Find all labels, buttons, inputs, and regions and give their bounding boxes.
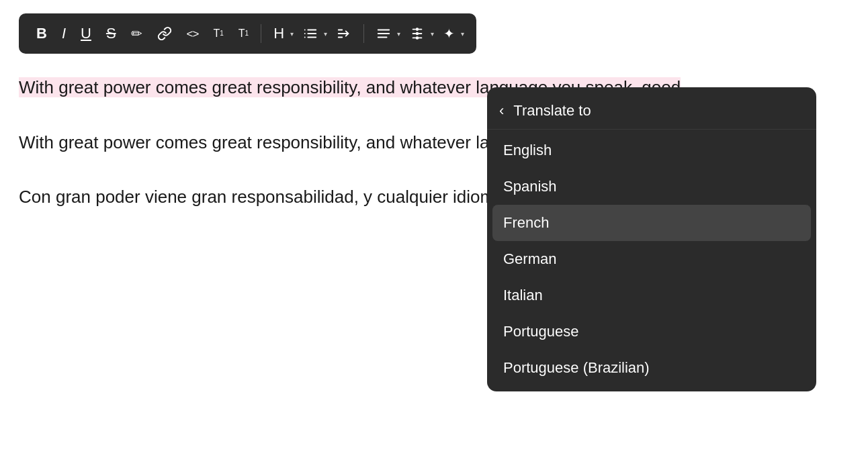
list-arrow: ▾ bbox=[324, 30, 327, 38]
ai-button[interactable]: ✦ bbox=[438, 23, 460, 44]
language-portuguese-br[interactable]: Portuguese (Brazilian) bbox=[487, 350, 816, 386]
superscript-button[interactable]: T1 bbox=[208, 24, 228, 43]
underline-button[interactable]: U bbox=[75, 22, 97, 45]
subscript-button[interactable]: T1 bbox=[233, 24, 254, 43]
code-button[interactable]: <> bbox=[181, 24, 204, 44]
bold-button[interactable]: B bbox=[31, 22, 52, 45]
back-button[interactable]: ‹ bbox=[499, 102, 504, 120]
language-german[interactable]: German bbox=[487, 241, 816, 277]
svg-point-13 bbox=[417, 33, 419, 35]
options-button-group[interactable]: ▾ bbox=[404, 22, 434, 45]
highlight-button[interactable]: ✏ bbox=[126, 23, 148, 44]
link-button[interactable] bbox=[152, 22, 177, 45]
language-italian[interactable]: Italian bbox=[487, 277, 816, 314]
dropdown-title: Translate to bbox=[513, 102, 591, 120]
options-button[interactable] bbox=[404, 22, 430, 45]
heading-button-group[interactable]: H ▾ bbox=[268, 22, 294, 45]
heading-button[interactable]: H bbox=[268, 22, 290, 45]
italic-button[interactable]: I bbox=[56, 22, 71, 45]
heading-arrow: ▾ bbox=[290, 30, 294, 38]
ai-arrow: ▾ bbox=[461, 30, 464, 38]
strikethrough-button[interactable]: S bbox=[101, 22, 122, 45]
translate-dropdown: ‹ Translate to English Spanish French Ge… bbox=[487, 87, 816, 391]
options-arrow: ▾ bbox=[431, 30, 434, 38]
ai-button-group[interactable]: ✦ ▾ bbox=[438, 23, 464, 44]
language-french[interactable]: French bbox=[492, 205, 811, 241]
divider-1 bbox=[261, 24, 261, 43]
list-button-group[interactable]: ▾ bbox=[298, 22, 327, 45]
language-portuguese[interactable]: Portuguese bbox=[487, 314, 816, 350]
svg-point-12 bbox=[417, 28, 419, 30]
dropdown-header: ‹ Translate to bbox=[487, 93, 816, 130]
formatting-toolbar: B I U S ✏ <> T1 T1 H ▾ ▾ bbox=[19, 13, 476, 54]
indent-button[interactable] bbox=[331, 22, 357, 45]
language-spanish[interactable]: Spanish bbox=[487, 169, 816, 205]
list-button[interactable] bbox=[298, 22, 323, 45]
svg-point-14 bbox=[417, 37, 419, 39]
divider-2 bbox=[363, 24, 364, 43]
align-arrow: ▾ bbox=[397, 30, 400, 38]
align-button[interactable] bbox=[371, 22, 396, 45]
align-button-group[interactable]: ▾ bbox=[371, 22, 400, 45]
language-english[interactable]: English bbox=[487, 132, 816, 169]
